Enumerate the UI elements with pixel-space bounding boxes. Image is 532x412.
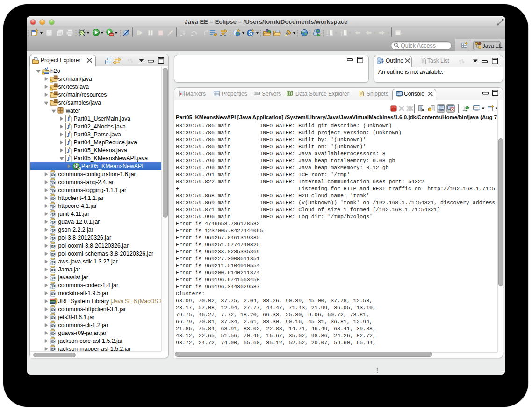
svg-text:010: 010 <box>50 333 55 335</box>
svg-text:010: 010 <box>50 198 55 200</box>
svg-text:010: 010 <box>50 341 55 343</box>
svg-text:J: J <box>67 116 70 122</box>
svg-text:010: 010 <box>50 317 55 319</box>
svg-text:010: 010 <box>50 348 55 351</box>
svg-text:010: 010 <box>50 174 55 176</box>
svg-text:010: 010 <box>50 325 55 327</box>
svg-text:J: J <box>67 124 70 130</box>
svg-text:J: J <box>67 156 70 162</box>
svg-text:010: 010 <box>50 293 55 295</box>
svg-text:J: J <box>67 132 70 138</box>
svg-text:J: J <box>67 148 70 154</box>
svg-text:010: 010 <box>50 269 55 271</box>
svg-text:010: 010 <box>50 245 55 248</box>
svg-text:J: J <box>67 140 70 146</box>
svg-text:010: 010 <box>50 309 55 311</box>
svg-text:010: 010 <box>50 253 55 256</box>
